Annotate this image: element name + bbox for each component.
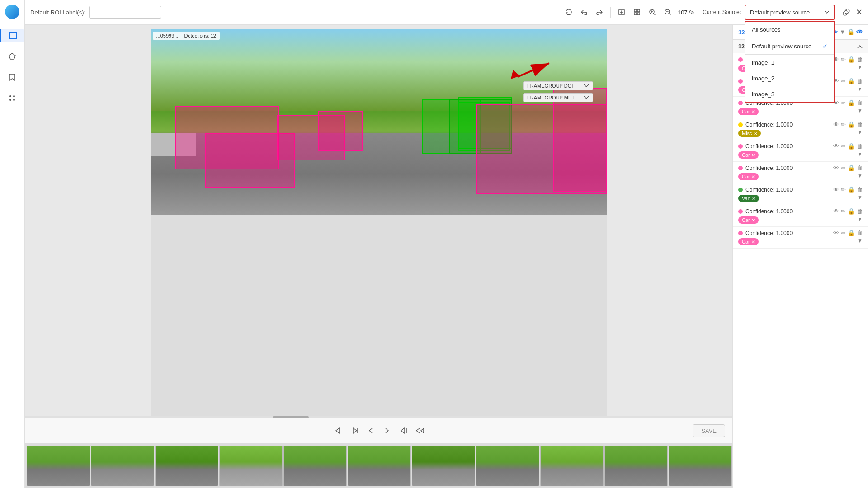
expand-object-8[interactable]: ▼: [857, 215, 863, 223]
thumbnail-5[interactable]: [283, 446, 347, 486]
fit-icon[interactable]: [615, 6, 628, 19]
lock-object-icon-4[interactable]: 🔒: [848, 121, 855, 128]
next-keyframe-button[interactable]: [397, 424, 410, 437]
thumbnail-11[interactable]: [669, 446, 732, 486]
frame-id: ...05999...: [156, 33, 179, 38]
zoom-out-icon[interactable]: [661, 6, 674, 19]
remove-car-tag-3[interactable]: ✕: [751, 109, 755, 114]
edit-object-icon-8[interactable]: ✏: [841, 208, 846, 215]
chevron-down-icon[interactable]: [584, 84, 589, 88]
lock-object-icon-9[interactable]: 🔒: [848, 230, 855, 236]
thumbnail-10[interactable]: [604, 446, 668, 486]
lock-icon[interactable]: 🔒: [847, 28, 854, 36]
eye-object-icon-7[interactable]: 👁: [833, 186, 839, 193]
close-icon[interactable]: ✕: [856, 7, 863, 17]
link-icon[interactable]: [842, 8, 850, 16]
edit-object-icon-5[interactable]: ✏: [841, 143, 846, 150]
source-option-all-sources[interactable]: All sources: [745, 22, 834, 38]
remove-car-tag-9[interactable]: ✕: [751, 239, 755, 244]
source-option-image3[interactable]: image_3: [745, 86, 834, 102]
edit-object-icon-9[interactable]: ✏: [841, 230, 846, 236]
lock-object-icon-8[interactable]: 🔒: [848, 208, 855, 215]
remove-car-tag-5[interactable]: ✕: [751, 153, 755, 158]
eye-icon[interactable]: 👁: [856, 28, 863, 36]
collapse-objects-icon[interactable]: [857, 45, 863, 48]
lock-object-icon-1[interactable]: 🔒: [848, 56, 855, 63]
edit-object-icon-6[interactable]: ✏: [841, 164, 846, 171]
grid-icon[interactable]: [631, 6, 643, 19]
edit-object-icon-3[interactable]: ✏: [841, 99, 846, 106]
delete-object-icon-5[interactable]: 🗑: [857, 143, 863, 150]
source-option-image1[interactable]: image_1: [745, 55, 834, 70]
thumbnail-7[interactable]: [412, 446, 475, 486]
eye-object-icon-4[interactable]: 👁: [833, 121, 839, 128]
delete-object-icon-3[interactable]: 🗑: [857, 99, 863, 106]
delete-object-icon-2[interactable]: 🗑: [857, 78, 863, 84]
thumbnail-3[interactable]: [155, 446, 218, 486]
prev-frame-button[interactable]: [364, 424, 377, 437]
source-dropdown[interactable]: Default preview source All sources Defau…: [745, 5, 835, 20]
eye-object-icon-9[interactable]: 👁: [833, 230, 839, 236]
thumbnail-2[interactable]: [91, 446, 154, 486]
undo-icon[interactable]: [578, 6, 590, 19]
delete-object-icon-9[interactable]: 🗑: [857, 230, 863, 236]
thumbnail-9[interactable]: [540, 446, 604, 486]
remove-car-tag-8[interactable]: ✕: [751, 218, 755, 223]
prev-keyframe-button[interactable]: [348, 424, 361, 437]
first-frame-button[interactable]: [332, 424, 344, 437]
thumbnail-4[interactable]: [219, 446, 283, 486]
lock-object-icon-3[interactable]: 🔒: [848, 99, 855, 106]
lock-object-icon-6[interactable]: 🔒: [848, 164, 855, 171]
roi-input[interactable]: [89, 6, 161, 19]
edit-object-icon-7[interactable]: ✏: [841, 186, 846, 193]
framegroup-dct-label: FRAMEGROUP DCT: [527, 83, 574, 89]
thumbnail-1[interactable]: [27, 446, 90, 486]
object-tag-van-1: Van ✕: [738, 195, 759, 202]
expand-object-2[interactable]: ▼: [857, 85, 863, 93]
redo-icon[interactable]: [593, 6, 606, 19]
thumbnail-6[interactable]: [348, 446, 411, 486]
collapse-annotations-icon[interactable]: ▼: [840, 28, 845, 36]
edit-object-icon-2[interactable]: ✏: [841, 78, 846, 84]
expand-object-4[interactable]: ▼: [857, 128, 863, 136]
thumbnail-strip: [25, 443, 732, 488]
eye-object-icon-6[interactable]: 👁: [833, 164, 839, 171]
delete-object-icon-8[interactable]: 🗑: [857, 208, 863, 215]
expand-object-1[interactable]: ▼: [857, 63, 863, 71]
edit-object-icon-4[interactable]: ✏: [841, 121, 846, 128]
lock-object-icon-5[interactable]: 🔒: [848, 143, 855, 150]
sidebar-item-polygon[interactable]: [6, 50, 19, 63]
lock-object-icon-7[interactable]: 🔒: [848, 186, 855, 193]
remove-van-tag-1[interactable]: ✕: [752, 196, 755, 201]
save-button[interactable]: SAVE: [693, 424, 725, 437]
delete-object-icon-6[interactable]: 🗑: [857, 164, 863, 171]
expand-object-7[interactable]: ▼: [857, 193, 863, 202]
expand-object-6[interactable]: ▼: [857, 172, 863, 180]
delete-object-icon-1[interactable]: 🗑: [857, 56, 863, 63]
next-frame-button[interactable]: [381, 424, 393, 437]
remove-car-tag-6[interactable]: ✕: [751, 174, 755, 179]
thumbnail-8[interactable]: [476, 446, 539, 486]
source-dropdown-button[interactable]: Default preview source: [745, 5, 835, 20]
remove-misc-tag-1[interactable]: ✕: [754, 131, 757, 136]
object-tag-car-9: Car ✕: [738, 238, 759, 245]
delete-object-icon-7[interactable]: 🗑: [857, 186, 863, 193]
delete-object-icon-4[interactable]: 🗑: [857, 121, 863, 128]
expand-object-9[interactable]: ▼: [857, 237, 863, 245]
source-option-image2[interactable]: image_2: [745, 70, 834, 86]
zoom-in-icon[interactable]: [646, 6, 659, 19]
edit-object-icon-1[interactable]: ✏: [841, 56, 846, 63]
lock-object-icon-2[interactable]: 🔒: [848, 78, 855, 84]
sidebar-item-bookmark[interactable]: [6, 71, 19, 84]
refresh-icon[interactable]: [562, 6, 575, 19]
eye-object-icon-5[interactable]: 👁: [833, 143, 839, 150]
source-option-default-preview[interactable]: Default preview source ✓: [745, 38, 834, 54]
object-tag-misc-1: Misc ✕: [738, 130, 761, 137]
expand-object-5[interactable]: ▼: [857, 150, 863, 158]
eye-object-icon-8[interactable]: 👁: [833, 208, 839, 215]
chevron-down-icon[interactable]: [584, 96, 589, 99]
sidebar-item-select[interactable]: [0, 29, 24, 42]
expand-object-3[interactable]: ▼: [857, 107, 863, 115]
last-frame-button[interactable]: [413, 424, 426, 437]
sidebar-item-points[interactable]: [6, 92, 19, 104]
